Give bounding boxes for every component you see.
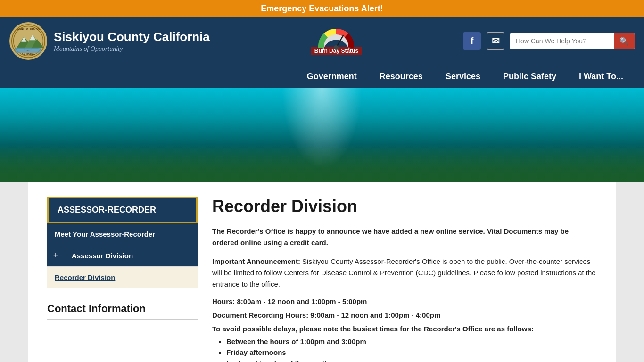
search-icon: 🔍 [619, 37, 629, 45]
burn-gauge [317, 27, 355, 46]
sidebar-contact: Contact Information [47, 303, 198, 320]
burn-day-widget[interactable]: Burn Day Status [311, 27, 362, 55]
sidebar-item-recorder: Recorder Division [47, 267, 198, 288]
hours-line: Hours: 8:00am - 12 noon and 1:00pm - 5:0… [212, 297, 597, 305]
expand-assessor-icon[interactable]: + [47, 245, 64, 266]
busiest-times-list: Between the hours of 1:00pm and 3:00pm F… [226, 337, 597, 362]
nav-resources[interactable]: Resources [368, 65, 434, 88]
list-item-1: Friday afternoons [226, 348, 597, 356]
announcement-paragraph: Important Announcement: Siskiyou County … [212, 256, 597, 290]
svg-text:1852: 1852 [26, 50, 30, 52]
doc-hours-line: Document Recording Hours: 9:00am - 12 no… [212, 311, 597, 319]
intro-paragraph: The Recorder's Office is happy to announ… [212, 226, 597, 248]
site-title-block: Siskiyou County California Mountains of … [54, 29, 210, 53]
search-box: 🔍 [510, 33, 635, 49]
svg-text:COUNTY OF SISKIYOU: COUNTY OF SISKIYOU [17, 28, 41, 30]
busiest-times-text: To avoid possible delays, please note th… [212, 325, 597, 333]
email-link[interactable]: ✉ [487, 32, 504, 50]
doc-hours-value: 9:00am - 12 noon and 1:00pm - 4:00pm [310, 311, 440, 319]
header-right: f ✉ 🔍 [463, 32, 635, 50]
emergency-alert-bar[interactable]: Emergency Evacuations Alert! [0, 0, 644, 17]
nav-i-want-to[interactable]: I Want To... [568, 65, 635, 88]
mail-icon: ✉ [492, 35, 500, 47]
nav-government[interactable]: Government [296, 65, 368, 88]
facebook-icon: f [471, 36, 474, 47]
sidebar-link-meet[interactable]: Meet Your Assessor-Recorder [47, 223, 198, 245]
svg-text:CALIFORNIA: CALIFORNIA [22, 53, 35, 56]
facebook-link[interactable]: f [463, 32, 481, 50]
contact-info-title: Contact Information [47, 303, 198, 320]
nav-services[interactable]: Services [434, 65, 492, 88]
county-seal: COUNTY OF SISKIYOU CALIFORNIA 1852 [9, 22, 47, 60]
search-button[interactable]: 🔍 [614, 33, 635, 49]
svg-point-12 [334, 45, 339, 50]
sidebar: ASSESSOR-RECORDER Meet Your Assessor-Rec… [47, 197, 198, 362]
doc-hours-label: Document Recording Hours: [212, 311, 308, 319]
sidebar-item-meet: Meet Your Assessor-Recorder [47, 223, 198, 245]
emergency-alert-text: Emergency Evacuations Alert! [261, 4, 383, 13]
content-container: ASSESSOR-RECORDER Meet Your Assessor-Rec… [28, 182, 616, 362]
page-title: Recorder Division [212, 197, 597, 216]
sidebar-link-recorder[interactable]: Recorder Division [47, 267, 198, 288]
sidebar-link-assessor[interactable]: Assessor Division [64, 245, 198, 266]
logo-area: COUNTY OF SISKIYOU CALIFORNIA 1852 Siski… [9, 22, 210, 60]
site-title: Siskiyou County California [54, 29, 210, 45]
hero-banner [0, 88, 644, 182]
sidebar-item-assessor: + Assessor Division [47, 245, 198, 267]
hours-value: 8:00am - 12 noon and 1:00pm - 5:00pm [237, 297, 367, 305]
main-wrapper: ASSESSOR-RECORDER Meet Your Assessor-Rec… [0, 182, 644, 362]
sidebar-title: ASSESSOR-RECORDER [47, 197, 198, 223]
site-header: COUNTY OF SISKIYOU CALIFORNIA 1852 Siski… [0, 17, 644, 65]
sidebar-menu: Meet Your Assessor-Recorder + Assessor D… [47, 223, 198, 288]
list-item-0: Between the hours of 1:00pm and 3:00pm [226, 337, 597, 346]
search-input[interactable] [510, 33, 614, 49]
header-center: Burn Day Status [219, 27, 454, 55]
list-item-2: Last working day of the month [226, 359, 597, 362]
announcement-label: Important Announcement: [212, 257, 300, 265]
site-subtitle: Mountains of Opportunity [54, 45, 210, 53]
hours-label: Hours: [212, 297, 235, 305]
main-content: Recorder Division The Recorder's Office … [212, 197, 597, 362]
main-nav: Government Resources Services Public Saf… [0, 65, 644, 88]
nav-public-safety[interactable]: Public Safety [492, 65, 568, 88]
